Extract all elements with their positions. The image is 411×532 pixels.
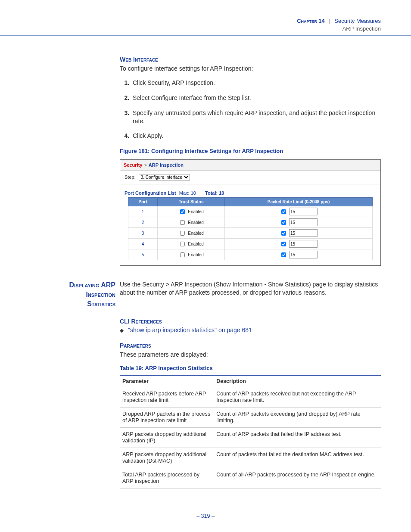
- section-body: Use the Security > ARP Inspection (Show …: [120, 280, 381, 297]
- trust-cell: Enabled: [158, 206, 225, 217]
- param-name: Dropped ARP packets in the process of AR…: [120, 408, 214, 428]
- web-interface-heading: Web Interface: [120, 56, 381, 63]
- chapter-label: Chapter 14: [297, 18, 324, 24]
- param-name: ARP packets dropped by additional valida…: [120, 448, 214, 468]
- trust-cell: Enabled: [158, 239, 225, 249]
- table-row: 5Enabled: [128, 249, 373, 260]
- step-item: Select Configure Interface from the Step…: [131, 94, 381, 102]
- table-row: 3Enabled: [128, 228, 373, 239]
- rate-checkbox[interactable]: [281, 220, 286, 225]
- rate-cell: [225, 249, 373, 260]
- header-separator: |: [329, 18, 330, 24]
- enabled-label: Enabled: [188, 220, 204, 225]
- steps-list: Click Security, ARP Inspection. Select C…: [120, 79, 381, 140]
- rate-cell: [225, 206, 373, 217]
- rate-checkbox[interactable]: [281, 231, 286, 236]
- enabled-label: Enabled: [188, 252, 204, 257]
- param-name: Received ARP packets before ARP inspecti…: [120, 387, 214, 408]
- rate-input[interactable]: [289, 229, 318, 237]
- param-name: ARP packets dropped by additional valida…: [120, 428, 214, 448]
- param-table: Parameter Description Received ARP packe…: [120, 375, 381, 488]
- enabled-label: Enabled: [188, 209, 204, 214]
- param-table-header-desc: Description: [214, 375, 381, 387]
- param-row: Received ARP packets before ARP inspecti…: [120, 387, 381, 408]
- breadcrumb-security: Security: [124, 162, 142, 168]
- breadcrumb-page: ARP Inspection: [149, 162, 184, 168]
- rate-input[interactable]: [289, 208, 318, 215]
- enabled-label: Enabled: [188, 242, 204, 246]
- port-cell: 1: [128, 206, 158, 217]
- cli-refs-list: "show ip arp inspection statistics" on p…: [120, 327, 381, 333]
- header-subtitle: ARP Inspection: [297, 25, 381, 33]
- param-row: ARP packets dropped by additional valida…: [120, 448, 381, 468]
- rate-checkbox[interactable]: [281, 242, 286, 246]
- header-title: Security Measures: [334, 18, 381, 24]
- cli-ref-link[interactable]: "show ip arp inspection statistics" on p…: [128, 327, 252, 333]
- param-desc: Count of packets that failed the destina…: [214, 448, 381, 468]
- param-desc: Count of ARP packets exceeding (and drop…: [214, 408, 381, 428]
- rate-cell: [225, 228, 373, 239]
- port-cell: 4: [128, 239, 158, 249]
- port-config-table: Port Trust Status Packet Rate Limit (0-2…: [128, 197, 373, 260]
- rate-input[interactable]: [289, 251, 318, 258]
- col-port: Port: [128, 198, 158, 206]
- trust-checkbox[interactable]: [180, 220, 185, 225]
- rate-checkbox[interactable]: [281, 209, 286, 214]
- section-side-heading: Displaying ARP Inspection Statistics: [26, 280, 120, 308]
- port-cell: 5: [128, 249, 158, 260]
- param-row: Dropped ARP packets in the process of AR…: [120, 408, 381, 428]
- rate-cell: [225, 217, 373, 228]
- trust-cell: Enabled: [158, 228, 225, 239]
- table-row: 4Enabled: [128, 239, 373, 249]
- table-row: 2Enabled: [128, 217, 373, 228]
- table-row: 1Enabled: [128, 206, 373, 217]
- figure-caption: Figure 181: Configuring Interface Settin…: [120, 148, 381, 154]
- param-table-header-param: Parameter: [120, 375, 214, 387]
- trust-checkbox[interactable]: [180, 231, 185, 236]
- rate-cell: [225, 239, 373, 249]
- cli-refs-heading: CLI References: [120, 318, 381, 325]
- step-select[interactable]: 3. Configure Interface: [139, 174, 190, 180]
- figure-screenshot: Security>ARP Inspection Step: 3. Configu…: [120, 159, 381, 266]
- param-desc: Count of all ARP packets processed by th…: [214, 468, 381, 488]
- step-item: Specify any untrusted ports which requir…: [131, 109, 381, 125]
- param-desc: Count of ARP packets received but not ex…: [214, 387, 381, 408]
- param-row: Total ARP packets processed by ARP inspe…: [120, 468, 381, 488]
- trust-cell: Enabled: [158, 217, 225, 228]
- rate-input[interactable]: [289, 218, 318, 226]
- page-number: – 319 –: [0, 513, 411, 519]
- step-item: Click Security, ARP Inspection.: [131, 79, 381, 87]
- step-label: Step:: [125, 174, 136, 180]
- trust-cell: Enabled: [158, 249, 225, 260]
- header-rule: [0, 35, 411, 36]
- page-header: Chapter 14 | Security Measures ARP Inspe…: [297, 17, 381, 33]
- figure-step-row: Step: 3. Configure Interface: [120, 171, 380, 184]
- param-desc: Count of ARP packets that failed the IP …: [214, 428, 381, 448]
- figure-breadcrumb: Security>ARP Inspection: [120, 160, 380, 171]
- step-item: Click Apply.: [131, 132, 381, 140]
- rate-input[interactable]: [289, 240, 318, 248]
- col-trust: Trust Status: [158, 198, 225, 206]
- parameters-intro: These parameters are displayed:: [120, 351, 381, 359]
- web-interface-intro: To configure interface settings for ARP …: [120, 65, 381, 73]
- col-rate: Packet Rate Limit (0-2048 pps): [225, 198, 373, 206]
- parameters-heading: Parameters: [120, 342, 381, 349]
- param-row: ARP packets dropped by additional valida…: [120, 428, 381, 448]
- port-list-label: Port Configuration List Max: 10 Total: 1…: [120, 184, 380, 197]
- trust-checkbox[interactable]: [180, 209, 185, 214]
- port-cell: 3: [128, 228, 158, 239]
- rate-checkbox[interactable]: [281, 252, 286, 257]
- port-cell: 2: [128, 217, 158, 228]
- param-name: Total ARP packets processed by ARP inspe…: [120, 468, 214, 488]
- enabled-label: Enabled: [188, 231, 204, 236]
- trust-checkbox[interactable]: [180, 242, 185, 246]
- trust-checkbox[interactable]: [180, 252, 185, 257]
- param-table-title: Table 19: ARP Inspection Statistics: [120, 365, 381, 371]
